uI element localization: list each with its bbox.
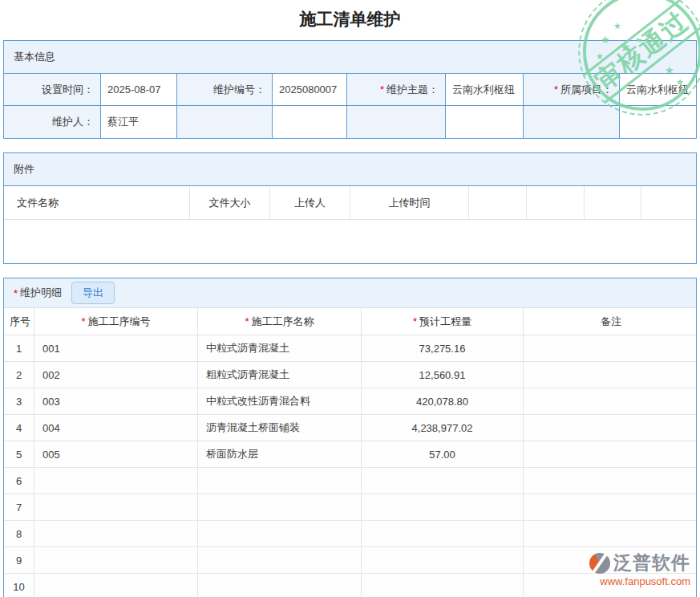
row-note <box>524 388 696 415</box>
row-process-code: 005 <box>34 441 198 468</box>
required-mark: * <box>81 315 85 327</box>
details-table: 序号 * 施工工序编号 * 施工工序名称 * 预计工程量 备注 1 001 中粒… <box>4 308 696 597</box>
field-label-maintain-topic: * 维护主题： <box>347 74 446 106</box>
field-value-maintain-topic: 云南水利枢纽 <box>446 74 524 106</box>
details-col-label: 施工工序编号 <box>88 315 151 329</box>
row-process-name <box>198 468 362 494</box>
row-note <box>524 362 696 388</box>
row-process-code: 001 <box>34 335 198 362</box>
attachments-col-filesize: 文件大小 <box>190 186 270 220</box>
attachments-col-uploader: 上传人 <box>270 186 350 220</box>
row-estimated-qty: 4,238,977.02 <box>362 415 524 441</box>
row-estimated-qty <box>362 494 524 521</box>
row-note <box>524 468 696 494</box>
attachments-col-empty <box>641 186 696 220</box>
attachments-col-empty <box>585 186 641 220</box>
row-seq: 10 <box>4 574 34 597</box>
row-process-code <box>34 521 198 547</box>
basic-info-section-title: 基本信息 <box>4 41 696 74</box>
export-button[interactable]: 导出 <box>71 282 115 304</box>
row-estimated-qty <box>362 574 524 597</box>
required-mark: * <box>245 315 249 327</box>
details-col-label: 施工工序名称 <box>252 315 314 329</box>
field-value-set-time: 2025-08-07 <box>101 74 177 106</box>
details-section-title: 维护明细 <box>20 286 62 300</box>
field-label-maintain-no: 维护编号： <box>177 74 273 106</box>
field-label-text: 设置时间： <box>42 83 94 97</box>
row-process-code: 003 <box>34 388 198 415</box>
field-value-maintainer: 蔡江平 <box>101 106 177 138</box>
row-process-code: 004 <box>34 415 198 441</box>
page-title: 施工清单维护 <box>0 0 700 40</box>
row-process-name: 粗粒式沥青混凝土 <box>198 362 362 388</box>
row-estimated-qty <box>362 468 524 494</box>
row-estimated-qty: 57.00 <box>362 441 524 468</box>
row-process-name <box>198 494 362 521</box>
row-note <box>524 335 696 362</box>
row-note <box>524 415 696 441</box>
row-process-code <box>34 468 198 494</box>
attachments-section: 附件 文件名称 文件大小 上传人 上传时间 <box>3 152 697 264</box>
row-process-code <box>34 574 198 597</box>
row-process-code <box>34 494 198 521</box>
details-col-process-name: * 施工工序名称 <box>198 308 362 335</box>
row-estimated-qty: 12,560.91 <box>362 362 524 388</box>
field-label-text: 所属项目： <box>560 83 613 97</box>
field-label-maintainer: 维护人： <box>4 106 101 138</box>
attachments-col-filename: 文件名称 <box>4 186 190 220</box>
row-note <box>524 521 696 547</box>
row-process-name: 中粒式沥青混凝土 <box>198 335 362 362</box>
field-value-empty <box>446 106 524 138</box>
field-label-text: 维护编号： <box>213 83 265 97</box>
required-mark: * <box>380 83 384 95</box>
details-col-note: 备注 <box>524 308 696 335</box>
row-seq: 4 <box>4 415 34 441</box>
row-estimated-qty <box>362 547 524 574</box>
row-seq: 8 <box>4 521 34 547</box>
row-seq: 9 <box>4 547 34 574</box>
details-col-process-code: * 施工工序编号 <box>34 308 198 335</box>
details-col-seq: 序号 <box>4 308 34 335</box>
row-estimated-qty <box>362 521 524 547</box>
field-value-maintain-no: 2025080007 <box>273 74 347 106</box>
row-process-name: 桥面防水层 <box>198 441 362 468</box>
field-label-project: * 所属项目： <box>524 74 620 106</box>
field-label-empty <box>347 106 446 138</box>
field-value-empty <box>273 106 347 138</box>
field-value-empty <box>620 106 696 138</box>
attachments-col-empty <box>527 186 585 220</box>
row-note <box>524 547 696 574</box>
attachments-col-empty <box>469 186 527 220</box>
row-seq: 7 <box>4 494 34 521</box>
required-mark: * <box>413 315 417 327</box>
attachments-col-uploadtime: 上传时间 <box>350 186 469 220</box>
details-section: * 维护明细 导出 序号 * 施工工序编号 * 施工工序名称 * 预计工程量 备… <box>3 278 697 597</box>
basic-info-section: 基本信息 设置时间： 2025-08-07 维护编号： 2025080007 *… <box>3 40 697 139</box>
row-seq: 6 <box>4 468 34 494</box>
required-mark: * <box>14 287 18 299</box>
field-value-project: 云南水利枢纽 <box>620 74 696 106</box>
basic-info-grid: 设置时间： 2025-08-07 维护编号： 2025080007 * 维护主题… <box>4 74 696 138</box>
details-col-label: 备注 <box>601 315 621 329</box>
row-note <box>524 441 696 468</box>
row-process-name <box>198 547 362 574</box>
row-seq: 1 <box>4 335 34 362</box>
field-label-set-time: 设置时间： <box>4 74 101 106</box>
row-process-code <box>34 547 198 574</box>
row-note <box>524 574 696 597</box>
row-process-name: 中粒式改性沥青混合料 <box>198 388 362 415</box>
details-toolbar: * 维护明细 导出 <box>4 278 696 308</box>
attachments-section-title: 附件 <box>4 153 696 186</box>
attachments-header-row: 文件名称 文件大小 上传人 上传时间 <box>4 186 696 220</box>
field-label-text: 维护主题： <box>386 83 439 97</box>
row-seq: 2 <box>4 362 34 388</box>
attachments-empty-body <box>4 220 696 263</box>
row-estimated-qty: 73,275.16 <box>362 335 524 362</box>
field-label-empty <box>524 106 620 138</box>
row-seq: 5 <box>4 441 34 468</box>
details-col-label: 预计工程量 <box>419 315 471 329</box>
row-process-code: 002 <box>34 362 198 388</box>
row-process-name <box>198 521 362 547</box>
required-mark: * <box>554 83 558 95</box>
row-process-name: 沥青混凝土桥面铺装 <box>198 415 362 441</box>
